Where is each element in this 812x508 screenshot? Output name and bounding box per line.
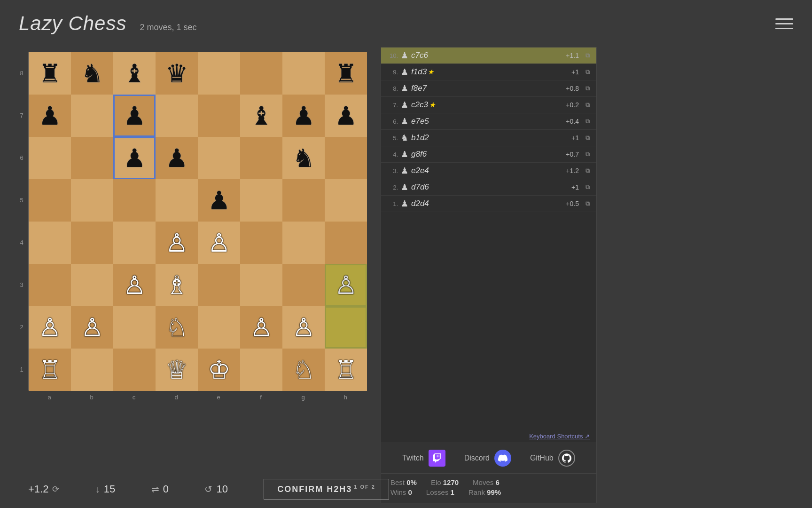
board-cell[interactable] xyxy=(71,179,113,222)
move-external-link[interactable]: ⧉ xyxy=(586,167,590,175)
board-cell[interactable] xyxy=(240,52,282,95)
board-cell[interactable]: ♖ xyxy=(29,349,71,391)
move-row[interactable]: 7. ♟ c2c3★ +0.2 ⧉ xyxy=(381,97,596,113)
move-external-link[interactable]: ⧉ xyxy=(586,85,590,92)
board-cell[interactable] xyxy=(71,264,113,306)
board-cell[interactable] xyxy=(240,179,282,222)
board-container: 8 7 6 5 4 3 2 1 ♜♞♝♛♜♟♟♝♟♟♟♟♞♟♙♙♙♗♙♙♙♘♙♙… xyxy=(28,52,367,390)
board-cell[interactable] xyxy=(325,179,367,222)
board-cell[interactable] xyxy=(325,137,367,179)
rank-label: Rank xyxy=(468,488,485,496)
board-cell[interactable] xyxy=(240,264,282,306)
board-cell[interactable] xyxy=(282,52,325,95)
board-cell[interactable] xyxy=(156,179,198,222)
board-cell[interactable]: ♙ xyxy=(71,306,113,349)
move-external-link[interactable]: ⧉ xyxy=(586,68,590,76)
move-row[interactable]: 5. ♞ b1d2 +1 ⧉ xyxy=(381,130,596,146)
board-cell[interactable] xyxy=(198,52,240,95)
board-cell[interactable]: ♜ xyxy=(325,52,367,95)
board-cell[interactable]: ♝ xyxy=(240,95,282,137)
move-external-link[interactable]: ⧉ xyxy=(586,200,590,207)
menu-button[interactable] xyxy=(775,18,793,29)
board-cell[interactable]: ♙ xyxy=(282,306,325,349)
board-cell[interactable] xyxy=(198,95,240,137)
board-cell[interactable]: ♙ xyxy=(198,222,240,264)
move-row[interactable]: 1. ♟ d2d4 +0.5 ⧉ xyxy=(381,196,596,212)
board-cell[interactable] xyxy=(325,222,367,264)
board-cell[interactable]: ♕ xyxy=(156,349,198,391)
board-cell[interactable]: ♙ xyxy=(156,222,198,264)
board-cell[interactable]: ♙ xyxy=(113,264,156,306)
board-cell[interactable] xyxy=(113,179,156,222)
board-cell[interactable]: ♖ xyxy=(325,349,367,391)
move-external-link[interactable]: ⧉ xyxy=(586,101,590,109)
board-cell[interactable]: ♟ xyxy=(29,95,71,137)
move-row[interactable]: 3. ♟ e2e4 +1.2 ⧉ xyxy=(381,163,596,179)
move-notation: e2e4 xyxy=(411,166,563,175)
move-external-link[interactable]: ⧉ xyxy=(586,151,590,158)
move-row[interactable]: 2. ♟ d7d6 +1 ⧉ xyxy=(381,179,596,196)
move-row[interactable]: 6. ♟ e7e5 +0.4 ⧉ xyxy=(381,113,596,130)
board-cell[interactable] xyxy=(71,95,113,137)
board-cell[interactable] xyxy=(113,349,156,391)
board-cell[interactable] xyxy=(325,306,367,349)
move-piece-icon: ♟ xyxy=(401,67,408,77)
board-cell[interactable]: ♞ xyxy=(71,52,113,95)
board-cell[interactable] xyxy=(29,137,71,179)
board-cell[interactable] xyxy=(71,137,113,179)
board-cell[interactable] xyxy=(113,306,156,349)
board-cell[interactable] xyxy=(113,222,156,264)
board-cell[interactable] xyxy=(240,349,282,391)
board-cell[interactable]: ♙ xyxy=(29,306,71,349)
board-cell[interactable] xyxy=(198,137,240,179)
board-cell[interactable] xyxy=(282,222,325,264)
board-cell[interactable]: ♟ xyxy=(282,95,325,137)
board-cell[interactable]: ♜ xyxy=(29,52,71,95)
board-cell[interactable]: ♟ xyxy=(325,95,367,137)
stats-row-2: Wins 0 Losses 1 Rank 99% xyxy=(390,488,587,496)
board-cell[interactable]: ♟ xyxy=(156,137,198,179)
move-row[interactable]: 9. ♟ f1d3★ +1 ⧉ xyxy=(381,64,596,80)
move-row[interactable]: 4. ♟ g8f6 +0.7 ⧉ xyxy=(381,146,596,163)
github-link[interactable]: GitHub xyxy=(530,450,575,467)
move-external-link[interactable]: ⧉ xyxy=(586,52,590,59)
move-external-link[interactable]: ⧉ xyxy=(586,134,590,142)
move-row[interactable]: 8. ♟ f8e7 +0.8 ⧉ xyxy=(381,80,596,97)
move-row[interactable]: 10. ♟ c7c6 +1.1 ⧉ xyxy=(381,48,596,64)
board-cell[interactable]: ♟ xyxy=(198,179,240,222)
twitch-link[interactable]: Twitch xyxy=(402,450,445,467)
board-cell[interactable]: ♗ xyxy=(156,264,198,306)
board-cell[interactable]: ♙ xyxy=(240,306,282,349)
board-cell[interactable]: ♙ xyxy=(325,264,367,306)
app-subtitle: 2 moves, 1 sec xyxy=(140,23,196,32)
bottom-bar: +1.2 ⟳ ↓ 15 ⇌ 0 ↺ 10 CONFIRM H2H31 OF 2 xyxy=(0,470,417,508)
discord-label: Discord xyxy=(464,454,490,462)
board-cell[interactable]: ♟ xyxy=(113,137,156,179)
board-cell[interactable]: ♞ xyxy=(282,137,325,179)
board-cell[interactable] xyxy=(29,222,71,264)
move-external-link[interactable]: ⧉ xyxy=(586,118,590,125)
keyboard-shortcuts-link[interactable]: Keyboard Shortcuts ↗ xyxy=(381,430,596,443)
board-cell[interactable]: ♟ xyxy=(113,95,156,137)
discord-link[interactable]: Discord xyxy=(464,450,511,467)
board-cell[interactable] xyxy=(240,137,282,179)
board-cell[interactable]: ♘ xyxy=(156,306,198,349)
board-cell[interactable] xyxy=(282,179,325,222)
board-cell[interactable]: ♔ xyxy=(198,349,240,391)
board-cell[interactable]: ♝ xyxy=(113,52,156,95)
board-cell[interactable] xyxy=(198,264,240,306)
board-cell[interactable] xyxy=(71,222,113,264)
board-cell[interactable] xyxy=(282,264,325,306)
confirm-button[interactable]: CONFIRM H2H31 OF 2 xyxy=(264,479,389,500)
board-cell[interactable] xyxy=(29,264,71,306)
move-piece-icon: ♟ xyxy=(401,50,408,61)
board-cell[interactable] xyxy=(198,306,240,349)
chess-board[interactable]: ♜♞♝♛♜♟♟♝♟♟♟♟♞♟♙♙♙♗♙♙♙♘♙♙♖♕♔♘♖ xyxy=(28,52,367,390)
move-external-link[interactable]: ⧉ xyxy=(586,183,590,191)
board-cell[interactable] xyxy=(29,179,71,222)
board-cell[interactable] xyxy=(71,349,113,391)
board-cell[interactable] xyxy=(240,222,282,264)
board-cell[interactable] xyxy=(156,95,198,137)
board-cell[interactable]: ♛ xyxy=(156,52,198,95)
board-cell[interactable]: ♘ xyxy=(282,349,325,391)
